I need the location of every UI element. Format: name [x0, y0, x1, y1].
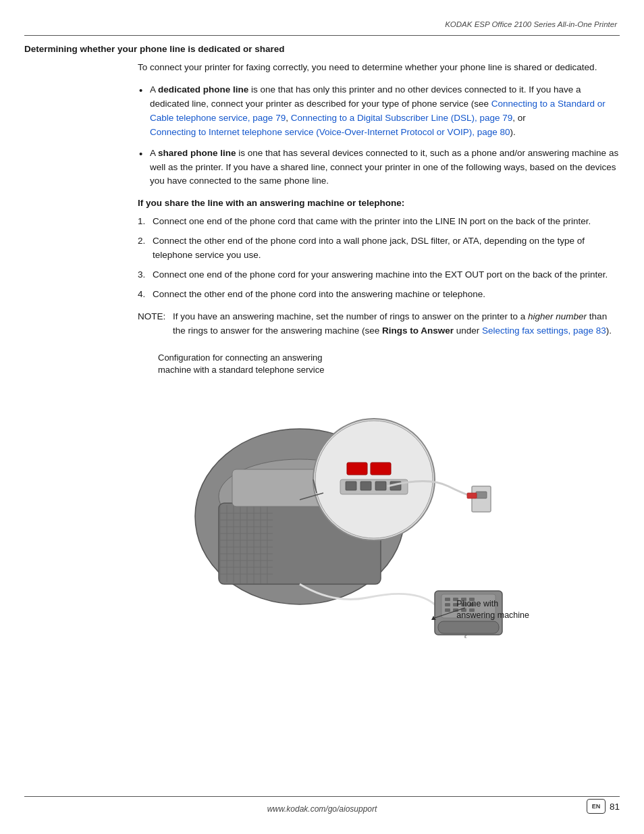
step-3-text: Connect one end of the phone cord for yo… [153, 269, 608, 280]
image-section: Configuration for connecting an answerin… [138, 352, 620, 638]
svg-rect-24 [347, 463, 367, 475]
top-rule [24, 35, 620, 36]
close-paren: ). [510, 127, 516, 137]
section-heading: Determining whether your phone line is d… [24, 44, 620, 54]
note-label: NOTE: [138, 310, 170, 338]
bullet-dedicated: A dedicated phone line is one that has o… [138, 83, 620, 140]
step-4: 4. Connect the other end of the phone co… [138, 288, 620, 302]
bottom-rule [24, 796, 620, 797]
svg-rect-34 [476, 492, 487, 498]
caption-line1: Configuration for connecting an answerin… [158, 353, 323, 363]
step-2-text: Connect the other end of the phone cord … [153, 236, 585, 260]
page-header: KODAK ESP Office 2100 Series All-in-One … [445, 20, 617, 28]
main-content: Determining whether your phone line is d… [24, 44, 620, 638]
comma-space: , [286, 113, 291, 123]
footer-badge: EN [587, 799, 606, 814]
step-1: 1. Connect one end of the phone cord tha… [138, 215, 620, 229]
note-italic: higher number [528, 311, 587, 321]
shared-bold: shared phone line [158, 148, 236, 158]
or-text: , or [512, 113, 526, 123]
step-3-num: 3. [138, 268, 145, 282]
note-text-end: ). [606, 325, 612, 336]
note-rings-bold: Rings to Answer [382, 325, 454, 336]
dedicated-bold: dedicated phone line [158, 84, 248, 95]
bullet-shared: A shared phone line is one that has seve… [138, 147, 620, 189]
svg-rect-29 [375, 481, 386, 490]
svg-rect-50 [438, 621, 499, 633]
link-dsl[interactable]: Connecting to a Digital Subscriber Line … [291, 113, 513, 123]
numbered-list: 1. Connect one end of the phone cord tha… [138, 215, 620, 302]
sub-heading: If you share the line with an answering … [138, 198, 620, 208]
svg-line-51 [435, 608, 465, 618]
bullet-shared-before: A [150, 148, 158, 158]
page-container: KODAK ESP Office 2100 Series All-in-One … [0, 0, 644, 834]
intro-paragraph: To connect your printer for faxing corre… [138, 61, 620, 75]
illustration-container: Phone with answering machine [165, 382, 516, 638]
note-text-before: If you have an answering machine, set th… [173, 311, 528, 321]
note-text-after: under [454, 325, 482, 336]
caption-line2: machine with a standard telephone servic… [158, 365, 324, 375]
step-4-text: Connect the other end of the phone cord … [153, 289, 485, 299]
bullet-list: A dedicated phone line is one that has o… [138, 83, 620, 188]
note-block: NOTE: If you have an answering machine, … [138, 310, 620, 338]
arrow-phone [428, 601, 468, 621]
svg-rect-35 [467, 493, 477, 498]
image-caption: Configuration for connecting an answerin… [158, 352, 324, 376]
bullet-dedicated-before: A [150, 84, 158, 95]
link-voip[interactable]: Connecting to Internet telephone service… [150, 127, 510, 137]
page-footer: www.kodak.com/go/aiosupport EN 81 [0, 804, 644, 814]
note-text: If you have an answering machine, set th… [170, 310, 620, 338]
svg-rect-33 [472, 486, 491, 512]
header-title: KODAK ESP Office 2100 Series All-in-One … [445, 20, 617, 28]
svg-rect-25 [371, 463, 391, 475]
step-2: 2. Connect the other end of the phone co… [138, 234, 620, 263]
footer-page-number: 81 [610, 802, 620, 812]
link-fax-settings[interactable]: Selecting fax settings, page 83 [482, 325, 606, 336]
step-2-num: 2. [138, 234, 145, 249]
step-3: 3. Connect one end of the phone cord for… [138, 268, 620, 282]
footer-right: EN 81 [587, 799, 620, 814]
svg-rect-28 [360, 481, 371, 490]
step-1-num: 1. [138, 215, 145, 229]
step-1-text: Connect one end of the phone cord that c… [153, 216, 591, 226]
svg-rect-27 [346, 481, 356, 490]
footer-url: www.kodak.com/go/aiosupport [267, 804, 377, 814]
step-4-num: 4. [138, 288, 145, 302]
indented-block: To connect your printer for faxing corre… [138, 61, 620, 638]
